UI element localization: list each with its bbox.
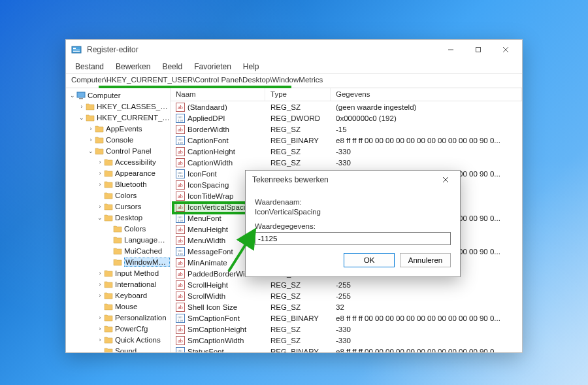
folder-icon [104,292,113,299]
value-name: MessageFont [188,248,233,256]
svg-text:ab: ab [178,193,183,199]
tree-item-sound[interactable]: Sound [66,345,170,352]
tree-item-computer[interactable]: ⌄Computer [66,90,170,101]
list-row[interactable]: abSmCaptionWidthREG_SZ-330 [171,335,522,346]
address-bar[interactable]: Computer\HKEY_CURRENT_USER\Control Panel… [66,74,522,88]
chevron-right-icon[interactable]: › [96,314,104,321]
menu-view[interactable]: Beeld [157,61,188,73]
tree-item-colors[interactable]: Colors [66,190,170,201]
tree-item-mouse[interactable]: Mouse [66,301,170,312]
chevron-right-icon[interactable]: › [87,137,95,143]
binary-value-icon: 011110 [176,136,185,145]
chevron-right-icon[interactable]: › [96,159,104,165]
dialog-close-button[interactable] [435,172,456,188]
col-header-data[interactable]: Gegevens [331,88,522,101]
col-header-type[interactable]: Type [265,88,331,101]
menu-file[interactable]: Bestand [70,61,109,73]
chevron-right-icon[interactable]: › [96,181,104,188]
value-type: REG_SZ [265,148,331,156]
svg-text:ab: ab [178,105,183,110]
chevron-down-icon[interactable]: ⌄ [96,214,104,221]
chevron-right-icon[interactable]: › [96,326,104,332]
list-row[interactable]: 011110CaptionFontREG_BINARYe8 ff ff ff 0… [171,135,522,146]
svg-text:ab: ab [178,305,183,310]
folder-icon [113,225,122,233]
chevron-right-icon[interactable]: › [87,126,95,132]
string-value-icon: ab [176,280,185,290]
maximize-button[interactable] [465,41,492,59]
chevron-right-icon[interactable]: › [96,292,104,299]
chevron-right-icon[interactable]: › [96,337,104,343]
chevron-right-icon[interactable]: › [96,203,104,210]
chevron-right-icon[interactable]: › [96,270,104,276]
menubar: Bestand Bewerken Beeld Favorieten Help [66,59,522,74]
dialog-titlebar[interactable]: Tekenreeks bewerken [246,171,460,189]
cancel-button[interactable]: Annuleren [400,253,451,267]
list-row[interactable]: abCaptionWidthREG_SZ-330 [171,157,522,168]
tree-item-console[interactable]: ›Console [66,134,170,145]
tree-item-label: Cursors [115,203,170,210]
svg-text:ab: ab [178,260,183,266]
tree-item-windowmetrics[interactable]: WindowMetrics [66,256,170,267]
menu-favorites[interactable]: Favorieten [189,61,237,73]
tree-item-desktop[interactable]: ⌄Desktop [66,212,170,223]
svg-text:ab: ab [178,182,183,188]
tree-item-colors[interactable]: Colors [66,223,170,234]
tree-item-bluetooth[interactable]: ›Bluetooth [66,178,170,190]
list-row[interactable]: abBorderWidthREG_SZ-15 [171,124,522,135]
tree-item-muicached[interactable]: MuiCached [66,245,170,256]
tree-item-international[interactable]: ›International [66,278,170,290]
tree-item-quick-actions[interactable]: ›Quick Actions [66,334,170,345]
tree-item-personalization[interactable]: ›Personalization [66,312,170,323]
value-type: REG_SZ [265,103,331,111]
string-value-icon: ab [176,192,185,201]
value-data-input[interactable] [255,232,451,245]
tree-item-input-method[interactable]: ›Input Method [66,267,170,278]
close-button[interactable] [492,41,519,59]
tree-pane[interactable]: ⌄Computer›HKEY_CLASSES_ROOT⌄HKEY_CURRENT… [66,88,171,352]
value-name: IconVerticalSpacing [188,203,253,211]
svg-rect-2 [73,50,80,50]
tree-item-control-panel[interactable]: ⌄Control Panel [66,145,170,156]
list-row[interactable]: 011110AppliedDPIREG_DWORD0x000000c0 (192… [171,112,522,124]
list-row[interactable]: 011110StatusFontREG_BINARYe8 ff ff ff 00… [171,346,522,352]
value-type: REG_BINARY [265,314,331,322]
ok-button[interactable]: OK [344,253,395,267]
chevron-down-icon[interactable]: ⌄ [78,114,86,121]
col-header-name[interactable]: Naam [171,88,265,101]
list-row[interactable]: abSmCaptionHeightREG_SZ-330 [171,324,522,335]
chevron-right-icon[interactable]: › [96,281,104,288]
tree-item-powercfg[interactable]: ›PowerCfg [66,323,170,334]
svg-text:ab: ab [178,293,183,299]
tree-item-hkey-current-user[interactable]: ⌄HKEY_CURRENT_USER [66,112,170,123]
folder-icon [104,280,113,288]
svg-text:ab: ab [178,282,183,288]
list-row[interactable]: abScrollWidthREG_SZ-255 [171,290,522,301]
menu-help[interactable]: Help [238,61,265,73]
titlebar[interactable]: Register-editor [66,40,522,59]
tree-item-hkey-classes-root[interactable]: ›HKEY_CLASSES_ROOT [66,101,170,112]
chevron-down-icon[interactable]: ⌄ [87,148,95,154]
value-name: StatusFont [188,348,224,353]
list-row[interactable]: abShell Icon SizeREG_SZ32 [171,301,522,312]
tree-item-accessibility[interactable]: ›Accessibility [66,156,170,167]
string-value-icon: ab [176,258,185,267]
tree-item-languageconfigura[interactable]: LanguageConfigura [66,234,170,245]
menu-edit[interactable]: Bewerken [110,61,155,73]
tree-item-appevents[interactable]: ›AppEvents [66,123,170,134]
svg-text:ab: ab [178,338,183,344]
list-row[interactable]: abCaptionHeightREG_SZ-330 [171,146,522,157]
tree-item-keyboard[interactable]: ›Keyboard [66,290,170,301]
chevron-right-icon[interactable]: › [78,103,86,110]
app-icon [71,44,82,55]
value-name: Shell Icon Size [188,303,237,311]
value-type: REG_SZ [265,126,331,133]
tree-item-appearance[interactable]: ›Appearance [66,167,170,178]
chevron-right-icon[interactable]: › [96,170,104,176]
tree-item-cursors[interactable]: ›Cursors [66,201,170,212]
minimize-button[interactable] [437,41,465,59]
list-row[interactable]: 011110SmCaptionFontREG_BINARYe8 ff ff ff… [171,312,522,324]
list-row[interactable]: abScrollHeightREG_SZ-255 [171,279,522,290]
list-row[interactable]: ab(Standaard)REG_SZ(geen waarde ingestel… [171,101,522,112]
chevron-down-icon[interactable]: ⌄ [69,92,76,99]
